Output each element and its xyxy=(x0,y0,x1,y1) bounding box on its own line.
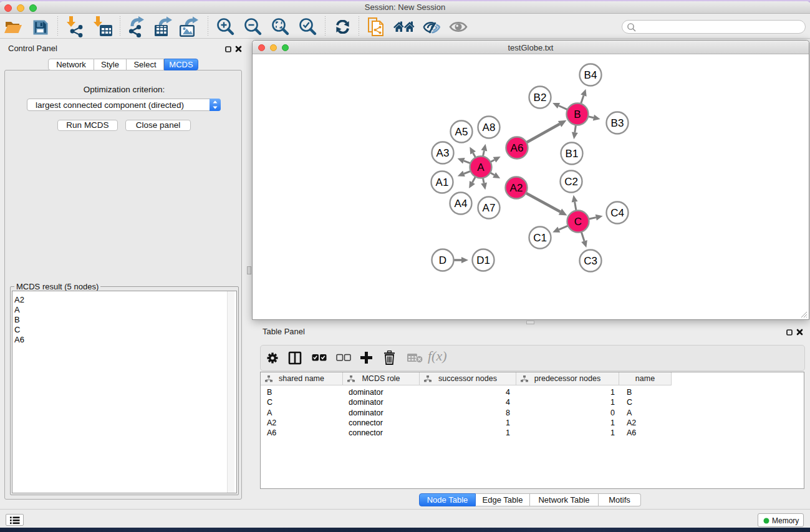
svg-text:C2: C2 xyxy=(564,176,578,188)
svg-text:A5: A5 xyxy=(455,126,468,138)
svg-text:C1: C1 xyxy=(533,232,547,244)
svg-text:A8: A8 xyxy=(483,122,496,133)
svg-text:A2: A2 xyxy=(510,182,523,194)
svg-text:B3: B3 xyxy=(611,117,624,129)
svg-text:A: A xyxy=(477,162,485,173)
svg-text:B4: B4 xyxy=(584,69,597,81)
svg-text:C3: C3 xyxy=(584,255,597,267)
svg-text:C4: C4 xyxy=(610,207,624,219)
svg-text:D: D xyxy=(439,254,446,266)
svg-text:B1: B1 xyxy=(566,148,579,160)
svg-text:A4: A4 xyxy=(455,198,468,210)
svg-text:C: C xyxy=(574,216,582,228)
svg-text:A7: A7 xyxy=(483,202,496,214)
svg-text:D1: D1 xyxy=(476,254,490,266)
svg-text:A6: A6 xyxy=(511,142,524,154)
svg-text:B: B xyxy=(574,109,581,120)
svg-text:A1: A1 xyxy=(436,177,449,188)
svg-text:B2: B2 xyxy=(534,92,547,104)
svg-text:A3: A3 xyxy=(436,147,450,159)
